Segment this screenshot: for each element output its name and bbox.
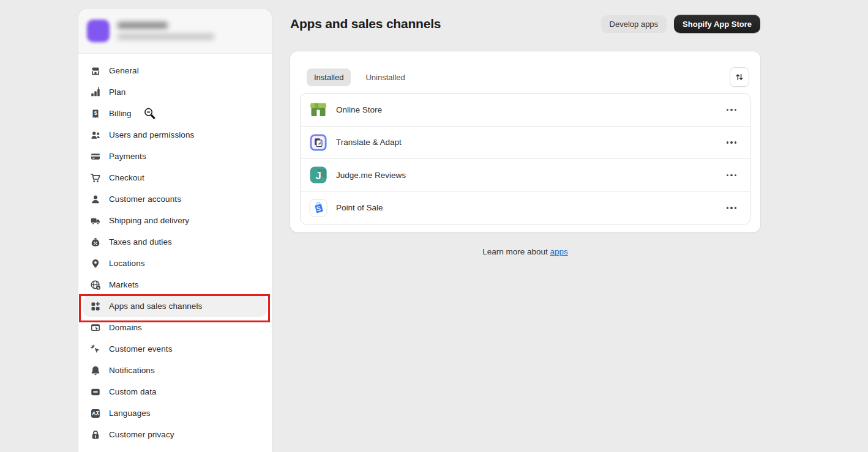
sidebar-item-apps-and-sales-channels[interactable]: Apps and sales channels (83, 295, 267, 317)
learn-more-text: Learn more about apps (290, 247, 760, 256)
sidebar-item-customer-privacy[interactable]: Customer privacy (83, 424, 267, 445)
settings-nav-list: GeneralPlan$BillingUsers and permissions… (78, 54, 272, 445)
sidebar-item-label: Payments (109, 152, 146, 161)
page-title: Apps and sales channels (290, 17, 441, 31)
app-name: Judge.me Reviews (336, 171, 406, 180)
sidebar-item-billing[interactable]: $Billing (83, 103, 267, 124)
store-avatar (87, 20, 110, 42)
sidebar-item-notifications[interactable]: Notifications (83, 360, 267, 381)
ellipsis-menu-button[interactable] (722, 105, 742, 115)
shopify-app-store-button[interactable]: Shopify App Store (674, 15, 760, 33)
header-actions: Develop apps Shopify App Store (601, 15, 760, 33)
users-icon (90, 130, 101, 141)
judge-me-icon: J (309, 166, 327, 184)
sidebar-item-label: General (109, 66, 139, 75)
app-row-point-of-sale[interactable]: SPoint of Sale (301, 191, 750, 224)
point-of-sale-icon: S (309, 199, 327, 217)
sidebar-item-customer-accounts[interactable]: Customer accounts (83, 188, 267, 210)
sidebar-item-checkout[interactable]: Checkout (83, 167, 267, 188)
ellipsis-menu-button[interactable] (722, 138, 742, 147)
sidebar-item-label: Billing (109, 109, 132, 118)
learn-more-prefix: Learn more about (482, 247, 550, 256)
sidebar-item-label: Plan (109, 87, 125, 97)
sidebar-item-label: Shipping and delivery (109, 216, 189, 225)
apps-icon (90, 301, 101, 312)
sidebar-item-domains[interactable]: Domains (83, 317, 267, 338)
sidebar-item-users-and-permissions[interactable]: Users and permissions (83, 124, 267, 146)
app-row-translate-adapt[interactable]: Translate & Adapt (301, 126, 750, 159)
sidebar-item-label: Checkout (109, 173, 144, 182)
billing-icon: $ (90, 108, 101, 119)
sidebar-item-label: Customer accounts (109, 195, 181, 204)
sidebar-item-general[interactable]: General (83, 60, 267, 81)
sidebar-item-label: Customer events (109, 344, 173, 354)
privacy-icon (90, 429, 101, 440)
domains-icon (90, 322, 101, 333)
ellipsis-menu-button[interactable] (722, 171, 742, 180)
sidebar-item-label: Custom data (109, 387, 157, 396)
settings-sidebar: GeneralPlan$BillingUsers and permissions… (78, 9, 272, 452)
tab-uninstalled[interactable]: Uninstalled (358, 69, 412, 86)
app-name: Translate & Adapt (336, 138, 402, 147)
ellipsis-menu-button[interactable] (722, 203, 742, 213)
sidebar-item-payments[interactable]: Payments (83, 146, 267, 167)
develop-apps-button[interactable]: Develop apps (601, 15, 667, 32)
sidebar-item-label: Users and permissions (109, 130, 194, 139)
store-name-redacted (118, 22, 168, 29)
sidebar-item-plan[interactable]: Plan (83, 81, 267, 103)
sidebar-item-custom-data[interactable]: Custom data (83, 381, 267, 402)
sidebar-item-shipping-and-delivery[interactable]: Shipping and delivery (83, 210, 267, 231)
tab-installed[interactable]: Installed (307, 69, 351, 86)
notifications-icon (90, 365, 101, 376)
app-name: Online Store (336, 105, 382, 114)
sidebar-item-label: Apps and sales channels (109, 302, 202, 311)
svg-text:A: A (92, 410, 96, 417)
store-email-redacted (118, 34, 214, 40)
sidebar-item-label: Markets (109, 280, 139, 289)
sort-arrows-icon (735, 72, 744, 82)
app-row-online-store[interactable]: Online Store (301, 94, 750, 126)
customer-events-icon (90, 344, 101, 355)
svg-text:$: $ (94, 109, 97, 116)
locations-icon (90, 258, 101, 269)
sidebar-item-label: Notifications (109, 366, 155, 375)
custom-data-icon (90, 387, 101, 398)
sidebar-item-markets[interactable]: $Markets (83, 274, 267, 295)
customer-accounts-icon (90, 194, 101, 205)
online-store-icon (309, 100, 327, 119)
sidebar-item-label: Customer privacy (109, 430, 174, 439)
svg-text:J: J (316, 170, 321, 181)
translate-adapt-icon (309, 133, 327, 152)
sidebar-item-label: Taxes and duties (109, 237, 172, 246)
payments-icon (90, 151, 101, 162)
apps-card: Installed Uninstalled Online StoreTransl… (290, 51, 760, 232)
installed-apps-list: Online StoreTranslate & AdaptJJudge.me R… (300, 93, 750, 224)
store-account-header[interactable] (78, 9, 272, 54)
sort-button[interactable] (730, 67, 749, 87)
sidebar-item-label: Locations (109, 259, 145, 268)
shopify-settings-page: { "page": { "background": "#ebebeb", "an… (0, 0, 868, 452)
app-row-judge-me[interactable]: JJudge.me Reviews (301, 158, 750, 191)
sidebar-item-taxes-and-duties[interactable]: Taxes and duties (83, 231, 267, 253)
checkout-icon (90, 172, 101, 183)
apps-link[interactable]: apps (550, 247, 568, 256)
apps-tabs-row: Installed Uninstalled (300, 61, 750, 93)
sidebar-item-label: Domains (109, 323, 142, 332)
svg-text:$: $ (97, 286, 99, 289)
plan-icon (90, 87, 101, 98)
taxes-icon (90, 237, 101, 248)
sidebar-item-locations[interactable]: Locations (83, 253, 267, 274)
general-icon (90, 65, 101, 76)
app-name: Point of Sale (336, 203, 383, 212)
shipping-icon (90, 215, 101, 226)
sidebar-item-label: Languages (109, 409, 151, 418)
languages-icon: A (90, 408, 101, 419)
markets-icon: $ (90, 280, 101, 291)
sidebar-item-languages[interactable]: ALanguages (83, 402, 267, 424)
sidebar-item-customer-events[interactable]: Customer events (83, 338, 267, 360)
